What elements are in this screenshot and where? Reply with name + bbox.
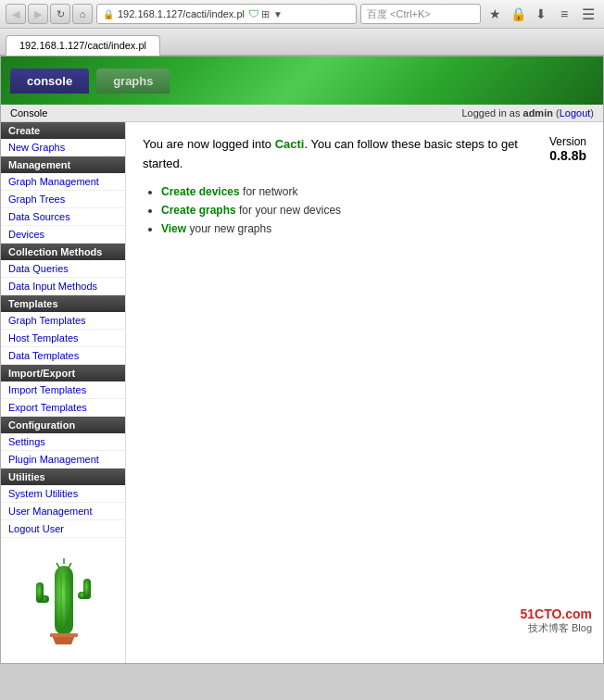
list-item: Create devices for network: [161, 185, 586, 198]
console-label: Console: [10, 107, 47, 119]
sidebar: Create New Graphs Management Graph Manag…: [1, 122, 126, 663]
svg-line-8: [57, 563, 59, 568]
main-layout: Create New Graphs Management Graph Manag…: [1, 122, 603, 663]
shield-icon: 🛡: [248, 7, 259, 20]
sidebar-item-settings[interactable]: Settings: [1, 433, 125, 451]
cactus-svg: [29, 556, 98, 644]
logged-in-text: Logged in as: [461, 107, 522, 119]
address-url: 192.168.1.127/cacti/index.pl: [118, 8, 245, 19]
svg-line-9: [69, 563, 71, 568]
sidebar-item-data-sources[interactable]: Data Sources: [1, 208, 125, 226]
steps-list: Create devices for network Create graphs…: [161, 185, 586, 235]
watermark: 51CTO.com 技术博客 Blog: [520, 606, 592, 635]
sidebar-item-plugin-management[interactable]: Plugin Management: [1, 451, 125, 469]
search-placeholder: 百度 <Ctrl+K>: [367, 7, 431, 21]
cactus-logo: [1, 538, 125, 663]
step-suffix-0: for network: [240, 185, 298, 198]
sidebar-item-logout-user[interactable]: Logout User: [1, 520, 125, 538]
welcome-intro: You are now logged into: [143, 137, 275, 151]
sidebar-item-graph-management[interactable]: Graph Management: [1, 173, 125, 191]
watermark-site: 51CTO.com: [520, 606, 592, 621]
options-icon[interactable]: ≡: [554, 4, 574, 24]
browser-tab-active[interactable]: 192.168.1.127/cacti/index.pl: [6, 35, 160, 56]
sidebar-item-host-templates[interactable]: Host Templates: [1, 330, 125, 347]
sidebar-item-system-utilities[interactable]: System Utilities: [1, 485, 125, 503]
sidebar-item-data-input-methods[interactable]: Data Input Methods: [1, 278, 125, 295]
sidebar-item-data-templates[interactable]: Data Templates: [1, 347, 125, 365]
status-bar: Console Logged in as admin (Logout): [1, 105, 603, 122]
bookmark-icon[interactable]: ★: [484, 4, 505, 24]
svg-rect-3: [83, 579, 91, 599]
sidebar-item-new-graphs[interactable]: New Graphs: [1, 139, 125, 156]
version-block: Version 0.8.8b: [549, 135, 586, 163]
content-area: You are now logged into Cacti. You can f…: [126, 122, 603, 663]
sidebar-item-import-templates[interactable]: Import Templates: [1, 381, 125, 399]
grid-icon: ⊞: [261, 8, 270, 20]
back-button[interactable]: ◀: [6, 4, 26, 24]
welcome-text: You are now logged into Cacti. You can f…: [143, 135, 549, 174]
svg-rect-1: [36, 582, 44, 603]
version-number: 0.8.8b: [549, 148, 586, 163]
lock-icon: 🔒: [103, 9, 114, 19]
step-suffix-2: your new graphs: [186, 222, 271, 235]
sidebar-item-graph-trees[interactable]: Graph Trees: [1, 191, 125, 208]
home-button[interactable]: ⌂: [72, 4, 93, 24]
sidebar-section-utilities: Utilities: [1, 469, 125, 485]
create-devices-link[interactable]: Create devices: [161, 185, 240, 198]
content-header: You are now logged into Cacti. You can f…: [143, 135, 586, 174]
toolbar-icons: ★ 🔒 ⬇ ≡: [484, 4, 574, 24]
sidebar-section-management: Management: [1, 156, 125, 173]
logged-in-status: Logged in as admin (Logout): [461, 107, 594, 119]
list-item: Create graphs for your new devices: [161, 204, 586, 217]
download-icon[interactable]: ⬇: [531, 4, 551, 24]
sidebar-section-create: Create: [1, 122, 125, 139]
logout-link[interactable]: Logout: [560, 107, 591, 119]
dropdown-icon: ▼: [273, 9, 283, 19]
sidebar-section-configuration: Configuration: [1, 417, 125, 433]
nav-tab-console[interactable]: console: [10, 69, 89, 94]
sidebar-item-user-management[interactable]: User Management: [1, 503, 125, 520]
watermark-sub: 技术博客 Blog: [520, 621, 592, 635]
tab-bar: 192.168.1.127/cacti/index.pl: [0, 29, 604, 55]
refresh-button[interactable]: ↻: [50, 4, 70, 24]
nav-buttons: ◀ ▶ ↻ ⌂: [6, 4, 93, 24]
sidebar-item-devices[interactable]: Devices: [1, 226, 125, 244]
browser-chrome: ◀ ▶ ↻ ⌂ 🔒 192.168.1.127/cacti/index.pl 🛡…: [0, 0, 604, 56]
top-nav: console graphs: [1, 56, 603, 105]
lock-icon2[interactable]: 🔒: [508, 4, 528, 24]
svg-rect-4: [55, 566, 73, 635]
search-bar[interactable]: 百度 <Ctrl+K>: [360, 4, 481, 24]
sidebar-section-templates: Templates: [1, 295, 125, 312]
version-label: Version: [549, 135, 586, 148]
address-bar[interactable]: 🔒 192.168.1.127/cacti/index.pl 🛡 ⊞ ▼: [96, 4, 357, 24]
menu-button[interactable]: ☰: [578, 4, 598, 24]
cacti-link[interactable]: Cacti: [275, 137, 305, 151]
sidebar-item-export-templates[interactable]: Export Templates: [1, 399, 125, 417]
list-item: View your new graphs: [161, 222, 586, 235]
svg-rect-11: [50, 633, 78, 637]
step-suffix-1: for your new devices: [236, 204, 341, 217]
sidebar-item-graph-templates[interactable]: Graph Templates: [1, 312, 125, 330]
browser-toolbar: ◀ ▶ ↻ ⌂ 🔒 192.168.1.127/cacti/index.pl 🛡…: [0, 0, 604, 29]
nav-tab-graphs[interactable]: graphs: [96, 69, 170, 94]
create-graphs-link[interactable]: Create graphs: [161, 204, 236, 217]
sidebar-section-import-export: Import/Export: [1, 365, 125, 381]
view-link[interactable]: View: [161, 222, 186, 235]
username: admin: [523, 107, 553, 119]
sidebar-item-data-queries[interactable]: Data Queries: [1, 260, 125, 278]
forward-button[interactable]: ▶: [28, 4, 48, 24]
sidebar-section-collection: Collection Methods: [1, 244, 125, 260]
page-wrapper: console graphs Console Logged in as admi…: [0, 56, 604, 664]
